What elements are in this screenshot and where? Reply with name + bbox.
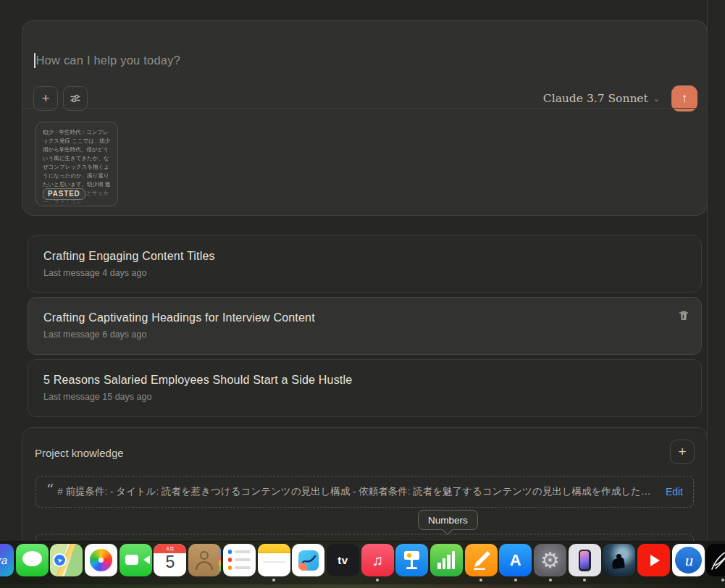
ulysses-glyph: u: [675, 547, 702, 574]
pages-icon: [465, 544, 498, 576]
conversation-item[interactable]: 5 Reasons Salaried Employees Should Star…: [28, 359, 702, 417]
chevron-down-icon: ⌄: [653, 94, 660, 104]
dock-item-unknown-black-app[interactable]: [706, 544, 725, 576]
conversation-item[interactable]: Crafting Captivating Headings for Interv…: [28, 297, 702, 355]
gear-icon: ⚙: [534, 544, 566, 576]
app-store-icon: A: [499, 544, 532, 576]
calendar-day: 5: [154, 553, 186, 572]
calendar-icon: 4月 5: [154, 544, 186, 576]
prompt-input[interactable]: How can I help you today?: [34, 53, 692, 68]
plus-icon: +: [678, 444, 686, 460]
freeform-icon: [292, 544, 324, 576]
model-selector[interactable]: Claude 3.7 Sonnet ⌄: [543, 92, 660, 105]
conversation-item[interactable]: Crafting Engaging Content Titles Last me…: [28, 235, 702, 293]
conversation-meta: Last message 6 days ago: [43, 329, 686, 340]
knowledge-snippet-row-partial[interactable]: [35, 534, 694, 541]
project-knowledge-panel: Project knowledge + “ # 前提条件: - タイトル: 読者…: [22, 427, 708, 541]
knowledge-snippet-text: # 前提条件: - タイトル: 読者を惹きつけるコンテンツの見出し構成 - 依頼…: [57, 485, 655, 498]
dock-item-pages[interactable]: [465, 544, 498, 576]
canva-icon: ava: [0, 544, 14, 576]
dock-item-music[interactable]: ♫: [361, 544, 394, 576]
composer-divider: [22, 108, 707, 109]
dock-tooltip-label: Numbers: [428, 515, 468, 526]
facetime-icon: [120, 544, 152, 576]
dock-item-youtube[interactable]: [637, 544, 670, 576]
dock-item-reminders[interactable]: [223, 544, 256, 576]
running-indicator: [583, 579, 586, 581]
dock-item-apple-tv[interactable]: tv: [327, 544, 359, 576]
messages-icon: [16, 544, 49, 576]
tools-button[interactable]: [63, 86, 88, 111]
dock-item-contacts[interactable]: [188, 544, 221, 576]
youtube-icon: [637, 544, 670, 576]
notes-icon: [258, 544, 290, 576]
sliders-icon: [70, 93, 81, 104]
canva-wordmark: ava: [0, 544, 14, 576]
composer-controls: + Claude 3.7 Sonnet ⌄ ↑: [33, 76, 697, 121]
ulysses-icon: u: [672, 544, 705, 576]
plus-icon: +: [41, 91, 49, 106]
running-indicator: [376, 579, 379, 581]
photos-icon: [85, 544, 117, 576]
apple-tv-icon: tv: [327, 544, 359, 576]
conversation-title: Crafting Captivating Headings for Interv…: [43, 311, 686, 324]
dock-item-keynote[interactable]: [395, 544, 428, 576]
dock-item-messages[interactable]: [16, 544, 49, 576]
model-name: Claude 3.7 Sonnet: [543, 92, 648, 105]
keynote-icon: [395, 544, 428, 576]
conversation-title: Crafting Engaging Content Titles: [43, 250, 686, 263]
knowledge-snippet-row[interactable]: “ # 前提条件: - タイトル: 読者を惹きつけるコンテンツの見出し構成 - …: [35, 476, 694, 508]
running-indicator: [272, 579, 275, 581]
arrow-up-icon: ↑: [682, 91, 688, 106]
prompt-placeholder: How can I help you today?: [36, 54, 180, 67]
kindle-icon: [603, 544, 635, 576]
dock-item-maps[interactable]: ➤: [50, 544, 83, 576]
dock-item-calendar[interactable]: 4月 5: [154, 544, 186, 576]
running-indicator: [721, 579, 724, 581]
dock-item-freeform[interactable]: [292, 544, 324, 576]
prompt-composer: How can I help you today? + Claude 3.7 S…: [22, 20, 708, 216]
dock-item-photos[interactable]: [85, 544, 117, 576]
quote-mark: “: [46, 476, 54, 493]
text-cursor: [34, 53, 35, 68]
maps-icon: ➤: [50, 544, 83, 576]
window-right-edge: [707, 0, 708, 541]
dock-tooltip: Numbers: [418, 510, 478, 530]
conversation-meta: Last message 4 days ago: [43, 268, 686, 278]
dock-item-notes[interactable]: [258, 544, 290, 576]
conversation-title: 5 Reasons Salaried Employees Should Star…: [43, 374, 686, 387]
reminders-icon: [223, 544, 256, 576]
dock-item-iphone-mirroring[interactable]: [569, 544, 601, 576]
dock-item-ulysses[interactable]: u: [672, 544, 705, 576]
dock-item-canva[interactable]: ava: [0, 544, 14, 576]
running-indicator: [549, 579, 552, 581]
dock-item-facetime[interactable]: [120, 544, 152, 576]
macos-dock: ava ➤ 4月 5: [0, 541, 725, 588]
delete-trash-icon[interactable]: [678, 310, 690, 322]
running-indicator: [479, 579, 482, 581]
iphone-mirroring-icon: [569, 544, 601, 576]
running-indicator: [514, 579, 517, 581]
pasted-badge: PASTED: [43, 188, 85, 200]
numbers-icon: [430, 544, 463, 576]
conversation-meta: Last message 15 days ago: [43, 392, 686, 402]
quill-app-icon: [706, 544, 725, 576]
attach-plus-button[interactable]: +: [33, 86, 58, 111]
dock-item-numbers[interactable]: [430, 544, 463, 576]
pasted-attachment-card[interactable]: 幼少・学生時代：コンプレックス発症 ここでは、幼少期から学生時代、僕がどういう風…: [35, 122, 118, 206]
edit-link[interactable]: Edit: [666, 486, 683, 497]
dock-item-app-store[interactable]: A: [499, 544, 532, 576]
contacts-icon: [188, 544, 221, 576]
project-knowledge-title: Project knowledge: [35, 447, 124, 459]
dock-item-kindle[interactable]: [603, 544, 635, 576]
music-icon: ♫: [361, 544, 394, 576]
claude-window: How can I help you today? + Claude 3.7 S…: [0, 0, 725, 541]
add-knowledge-button[interactable]: +: [670, 440, 695, 464]
dock-item-system-settings[interactable]: ⚙: [534, 544, 566, 576]
